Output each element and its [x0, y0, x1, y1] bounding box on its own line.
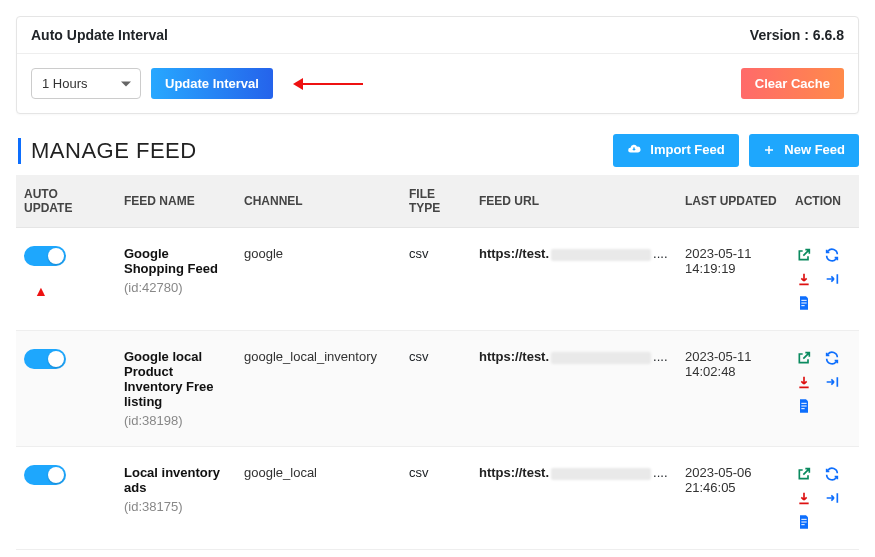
download-icon[interactable] [795, 373, 813, 391]
panel-title: Auto Update Interval [31, 27, 168, 43]
section-actions: Import Feed New Feed [613, 134, 859, 167]
action-buttons [795, 349, 851, 415]
col-auto-update: AUTO UPDATE [16, 175, 116, 228]
auto-update-toggle[interactable] [24, 349, 66, 369]
refresh-icon[interactable] [823, 465, 841, 483]
update-interval-button[interactable]: Update Interval [151, 68, 273, 99]
import-feed-label: Import Feed [650, 142, 724, 157]
action-buttons [795, 246, 851, 312]
arrow-up-icon: ▲ [34, 283, 108, 299]
feed-url-suffix: .... [653, 246, 667, 261]
col-feed-name: FEED NAME [116, 175, 236, 228]
feed-id: (id:38198) [124, 413, 228, 428]
manage-feed-header: MANAGE FEED Import Feed New Feed [16, 134, 859, 167]
last-updated-value: 2023-05-1114:02:48 [677, 331, 787, 447]
panel-header: Auto Update Interval Version : 6.6.8 [17, 17, 858, 54]
refresh-icon[interactable] [823, 246, 841, 264]
feed-url-blurred [551, 352, 651, 364]
open-link-icon[interactable] [795, 465, 813, 483]
open-link-icon[interactable] [795, 349, 813, 367]
interval-select-wrap: 1 Hours [31, 68, 141, 99]
feed-url-prefix: https://test. [479, 246, 549, 261]
feed-url-blurred [551, 468, 651, 480]
channel-value: google_local_inventory [236, 331, 401, 447]
interval-select[interactable]: 1 Hours [31, 68, 141, 99]
new-feed-button[interactable]: New Feed [749, 134, 859, 167]
feed-id: (id:42780) [124, 280, 228, 295]
feed-url-suffix: .... [653, 349, 667, 364]
export-icon[interactable] [823, 489, 841, 507]
version-label: Version : 6.6.8 [750, 27, 844, 43]
new-feed-label: New Feed [784, 142, 845, 157]
import-feed-button[interactable]: Import Feed [613, 134, 739, 167]
table-row: ▲ Local inventory ads (id:38175) google_… [16, 447, 859, 550]
download-icon[interactable] [795, 489, 813, 507]
file-type-value: csv [401, 447, 471, 550]
document-icon[interactable] [795, 294, 813, 312]
feed-url-suffix: .... [653, 465, 667, 480]
refresh-icon[interactable] [823, 349, 841, 367]
col-file-type: FILE TYPE [401, 175, 471, 228]
action-buttons [795, 465, 851, 531]
col-action: ACTION [787, 175, 859, 228]
col-feed-url: FEED URL [471, 175, 677, 228]
file-type-value: csv [401, 228, 471, 331]
col-last-updated: LAST UPDATED [677, 175, 787, 228]
cloud-download-icon [627, 144, 645, 159]
auto-update-panel: Auto Update Interval Version : 6.6.8 1 H… [16, 16, 859, 114]
export-icon[interactable] [823, 270, 841, 288]
last-updated-value: 2023-05-0621:46:05 [677, 447, 787, 550]
plus-icon [763, 144, 779, 159]
feeds-table: AUTO UPDATE FEED NAME CHANNEL FILE TYPE … [16, 175, 859, 550]
arrow-left-icon [293, 78, 363, 90]
channel-value: google [236, 228, 401, 331]
table-row: ▲ Google Shopping Feed (id:42780) google… [16, 228, 859, 331]
open-link-icon[interactable] [795, 246, 813, 264]
col-channel: CHANNEL [236, 175, 401, 228]
feed-url-prefix: https://test. [479, 465, 549, 480]
document-icon[interactable] [795, 397, 813, 415]
feed-name: Google local Product Inventory Free list… [124, 349, 228, 409]
feed-name: Google Shopping Feed [124, 246, 228, 276]
auto-update-toggle[interactable] [24, 246, 66, 266]
feed-url-prefix: https://test. [479, 349, 549, 364]
file-type-value: csv [401, 331, 471, 447]
feed-url-cell: https://test..... [471, 228, 677, 331]
feed-url-cell: https://test..... [471, 331, 677, 447]
export-icon[interactable] [823, 373, 841, 391]
feed-url-blurred [551, 249, 651, 261]
section-title: MANAGE FEED [18, 138, 197, 164]
clear-cache-button[interactable]: Clear Cache [741, 68, 844, 99]
table-row: ▲ Google local Product Inventory Free li… [16, 331, 859, 447]
feed-url-cell: https://test..... [471, 447, 677, 550]
document-icon[interactable] [795, 513, 813, 531]
interval-controls: 1 Hours Update Interval [31, 68, 363, 99]
panel-body: 1 Hours Update Interval Clear Cache [17, 54, 858, 113]
channel-value: google_local [236, 447, 401, 550]
download-icon[interactable] [795, 270, 813, 288]
auto-update-toggle[interactable] [24, 465, 66, 485]
table-header-row: AUTO UPDATE FEED NAME CHANNEL FILE TYPE … [16, 175, 859, 228]
feed-id: (id:38175) [124, 499, 228, 514]
feed-name: Local inventory ads [124, 465, 228, 495]
last-updated-value: 2023-05-1114:19:19 [677, 228, 787, 331]
